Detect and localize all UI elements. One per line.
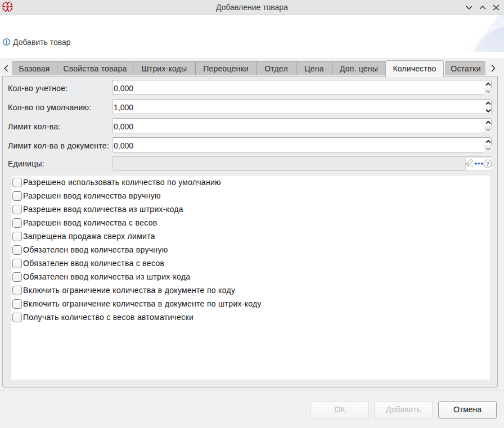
svg-text:?: ?: [486, 160, 489, 167]
